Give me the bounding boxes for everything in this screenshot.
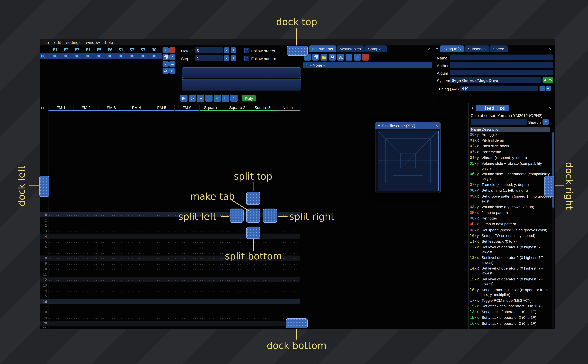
pattern-cell[interactable]: ... .. .. ... bbox=[149, 267, 174, 271]
pattern-cell[interactable]: ... .. .. ... bbox=[48, 251, 74, 254]
pattern-cell[interactable]: ... .. .. ... bbox=[74, 311, 99, 314]
pattern-cell[interactable]: ... .. .. ... bbox=[99, 240, 124, 244]
pattern-cell[interactable]: ... .. .. ... bbox=[225, 267, 250, 271]
pattern-cell[interactable]: ... .. .. ... bbox=[99, 235, 124, 238]
pattern-cell[interactable]: ... .. .. ... bbox=[99, 311, 124, 314]
pattern-cell[interactable]: ... .. .. ... bbox=[200, 300, 225, 303]
effect-row-06xy[interactable]: 06xyVolume slide + portamento (compatibi… bbox=[470, 171, 552, 182]
pattern-cell[interactable]: ... .. .. ... bbox=[275, 267, 300, 271]
pattern-cell[interactable]: ... .. .. ... bbox=[250, 316, 275, 319]
pattern-cell[interactable]: ... .. .. ... bbox=[174, 311, 200, 314]
pattern-cell[interactable]: ... .. .. ... bbox=[174, 246, 200, 249]
pattern-cell[interactable]: ... .. .. ... bbox=[149, 327, 174, 329]
pattern-cell[interactable]: ... .. .. ... bbox=[124, 213, 149, 216]
pattern-cell[interactable]: ... .. .. ... bbox=[250, 289, 275, 292]
order-cell[interactable]: 00 bbox=[83, 54, 94, 58]
pattern-cell[interactable]: ... .. .. ... bbox=[48, 284, 74, 287]
pattern-cell[interactable]: ... .. .. ... bbox=[74, 224, 99, 227]
split-target-left[interactable] bbox=[230, 209, 244, 223]
tab-subsongs[interactable]: Subsongs bbox=[464, 45, 489, 52]
pattern-cell[interactable]: ... .. .. ... bbox=[225, 327, 250, 329]
instrument-list-item[interactable]: ○ - None - bbox=[303, 62, 432, 68]
pattern-cell[interactable]: ... .. .. ... bbox=[99, 289, 124, 292]
pattern-cell[interactable]: ... .. .. ... bbox=[149, 322, 174, 325]
order-move-up-button[interactable]: ∧ bbox=[169, 54, 176, 60]
order-cell[interactable]: 00 bbox=[72, 54, 83, 58]
pattern-cell[interactable]: ... .. .. ... bbox=[174, 262, 200, 265]
pattern-cell[interactable]: ... .. .. ... bbox=[99, 316, 124, 319]
pattern-cell[interactable]: ... .. .. ... bbox=[225, 294, 250, 298]
octave-increase-button[interactable]: + bbox=[231, 47, 236, 53]
split-target-top[interactable] bbox=[246, 192, 260, 205]
split-target-right[interactable] bbox=[263, 209, 277, 223]
pattern-cell[interactable]: ... .. .. ... bbox=[200, 305, 225, 309]
pattern-cell[interactable]: ... .. .. ... bbox=[149, 311, 174, 314]
album-input[interactable] bbox=[450, 70, 553, 75]
pattern-cell[interactable]: ... .. .. ... bbox=[48, 289, 74, 292]
pattern-cell[interactable]: ... .. .. ... bbox=[174, 251, 200, 254]
pattern-cell[interactable]: ... .. .. ... bbox=[124, 262, 149, 265]
pattern-cell[interactable]: ... .. .. ... bbox=[250, 284, 275, 287]
pattern-cell[interactable]: ... .. .. ... bbox=[149, 300, 174, 303]
channel-header-fm-2[interactable]: FM 2 bbox=[74, 105, 99, 111]
menu-item-window[interactable]: window bbox=[86, 40, 100, 45]
pattern-cell[interactable]: ... .. .. ... bbox=[74, 246, 99, 249]
pattern-cell[interactable]: ... .. .. ... bbox=[48, 224, 74, 227]
channel-header-square-1[interactable]: Square 1 bbox=[200, 105, 225, 111]
pattern-cell[interactable]: ... .. .. ... bbox=[48, 278, 74, 282]
pattern-cell[interactable]: ... .. .. ... bbox=[124, 224, 149, 227]
order-row[interactable]: 0000000000000000000000 bbox=[40, 53, 162, 59]
pattern-cell[interactable]: ... .. .. ... bbox=[200, 235, 225, 238]
pattern-cell[interactable]: ... .. .. ... bbox=[149, 240, 174, 244]
pattern-cell[interactable]: ... .. .. ... bbox=[225, 305, 250, 309]
pattern-cell[interactable]: ... .. .. ... bbox=[74, 316, 99, 319]
pattern-cell[interactable]: ... .. .. ... bbox=[48, 262, 74, 265]
effect-row-09xx[interactable]: 09xxSet groove pattern (speed 1 if no gr… bbox=[470, 194, 552, 204]
channel-header-fm-1[interactable]: FM 1 bbox=[48, 105, 74, 111]
effect-row-16xy[interactable]: 16xySet operator multiplier (x: operator… bbox=[470, 287, 552, 298]
tab-instruments[interactable]: Instruments bbox=[309, 45, 336, 52]
pattern-cell[interactable]: ... .. .. ... bbox=[174, 305, 200, 309]
pattern-cell[interactable]: ... .. .. ... bbox=[48, 229, 74, 233]
pattern-cell[interactable]: ... .. .. ... bbox=[124, 327, 149, 329]
pattern-cell[interactable]: ... .. .. ... bbox=[48, 213, 74, 216]
tab-speed[interactable]: Speed bbox=[489, 45, 508, 52]
order-cell[interactable]: 00 bbox=[50, 54, 61, 58]
pattern-cell[interactable]: ... .. .. ... bbox=[250, 294, 275, 298]
pattern-cell[interactable]: ... .. .. ... bbox=[275, 229, 300, 233]
pattern-cell[interactable]: ... .. .. ... bbox=[74, 289, 99, 292]
pattern-cell[interactable]: ... .. .. ... bbox=[149, 251, 174, 254]
channel-expand-button[interactable]: ++ bbox=[40, 106, 45, 110]
tuning-increase-button[interactable]: + bbox=[546, 85, 551, 91]
effect-row-1Axx[interactable]: 1AxxSet attack of operator 1 (0 to 1F) bbox=[470, 309, 552, 315]
menu-item-help[interactable]: help bbox=[105, 40, 113, 45]
follow-pattern-checkbox[interactable]: ✓ bbox=[244, 56, 249, 61]
effect-row-03xx[interactable]: 03xxPortamento bbox=[470, 150, 552, 155]
pattern-cell[interactable]: ... .. .. ... bbox=[275, 300, 300, 303]
instrument-move-down-button[interactable]: ↓ bbox=[354, 54, 361, 60]
pattern-cell[interactable]: ... .. .. ... bbox=[74, 305, 99, 309]
instrument-duplicate-button[interactable] bbox=[312, 54, 319, 60]
tuning-input[interactable]: 440 bbox=[460, 85, 538, 91]
pattern-cell[interactable]: ... .. .. ... bbox=[149, 294, 174, 298]
piano-upper-octave[interactable] bbox=[182, 67, 301, 78]
pattern-cell[interactable]: ... .. .. ... bbox=[74, 262, 99, 265]
pattern-cell[interactable]: ... .. .. ... bbox=[250, 327, 275, 329]
pattern-cell[interactable]: ... .. .. ... bbox=[99, 218, 124, 222]
order-duplicate-button[interactable] bbox=[163, 54, 169, 60]
pattern-cell[interactable]: ... .. .. ... bbox=[124, 229, 149, 233]
step-increase-button[interactable]: + bbox=[231, 55, 236, 61]
pattern-cell[interactable]: ... .. .. ... bbox=[149, 278, 174, 282]
pattern-cell[interactable]: ... .. .. ... bbox=[124, 235, 149, 238]
effect-list-scrollbar[interactable] bbox=[552, 132, 554, 329]
pattern-cell[interactable]: ... .. .. ... bbox=[200, 262, 225, 265]
pattern-cell[interactable]: ... .. .. ... bbox=[200, 256, 225, 260]
pattern-cell[interactable]: ... .. .. ... bbox=[99, 246, 124, 249]
pattern-cell[interactable]: ... .. .. ... bbox=[225, 300, 250, 303]
pattern-cell[interactable]: ... .. .. ... bbox=[275, 273, 300, 276]
pattern-cell[interactable]: ... .. .. ... bbox=[149, 262, 174, 265]
pattern-cell[interactable]: ... .. .. ... bbox=[74, 235, 99, 238]
pattern-cell[interactable]: ... .. .. ... bbox=[124, 246, 149, 249]
pattern-cell[interactable]: ... .. .. ... bbox=[48, 322, 74, 325]
pattern-cell[interactable]: ... .. .. ... bbox=[48, 240, 74, 244]
